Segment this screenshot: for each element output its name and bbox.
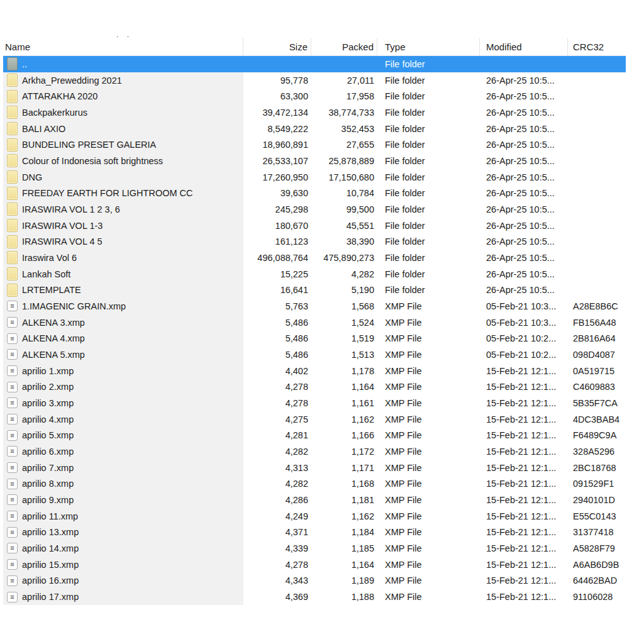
file-row[interactable]: ≡ ALKENA 3.xmp 5,486 1,524 XMP File 05-F… xyxy=(3,314,626,331)
folder-icon xyxy=(7,235,18,248)
file-crc32 xyxy=(568,104,626,121)
column-header-row: Name Size Packed Type Modified CRC32 xyxy=(3,38,626,56)
folder-icon xyxy=(7,267,18,280)
file-row[interactable]: ≡ aprilio 3.xmp 4,278 1,161 XMP File 15-… xyxy=(3,395,626,411)
file-crc32 xyxy=(568,88,626,104)
file-size: 8,549,222 xyxy=(243,121,311,137)
file-row[interactable]: .. File folder xyxy=(3,56,626,72)
file-name: aprilio 3.xmp xyxy=(22,398,74,408)
file-type: File folder xyxy=(377,72,480,89)
file-size: 5,763 xyxy=(243,298,311,314)
file-type: XMP File xyxy=(377,508,480,525)
file-row[interactable]: ≡ aprilio 4.xmp 4,275 1,162 XMP File 15-… xyxy=(3,411,626,428)
file-crc32: F6489C9A xyxy=(568,427,626,443)
file-row[interactable]: ≡ aprilio 8.xmp 4,282 1,168 XMP File 15-… xyxy=(3,475,626,492)
file-type: XMP File xyxy=(377,524,480,540)
file-row[interactable]: ≡ aprilio 5.xmp 4,281 1,166 XMP File 15-… xyxy=(3,427,626,443)
file-row[interactable]: IRASWIRA VOL 1-3 180,670 45,551 File fol… xyxy=(3,218,626,234)
file-crc32: A6AB6D9B xyxy=(568,557,626,573)
file-type: XMP File xyxy=(377,298,480,314)
file-row[interactable]: ≡ aprilio 15.xmp 4,278 1,164 XMP File 15… xyxy=(3,557,626,573)
xmp-file-icon: ≡ xyxy=(7,382,18,392)
file-row[interactable]: ≡ aprilio 14.xmp 4,339 1,185 XMP File 15… xyxy=(3,540,626,557)
file-name: aprilio 1.xmp xyxy=(22,366,74,376)
file-crc32 xyxy=(568,282,626,298)
file-row[interactable]: ≡ aprilio 11.xmp 4,249 1,162 XMP File 15… xyxy=(3,508,626,525)
column-header-modified[interactable]: Modified xyxy=(480,38,568,55)
file-packed: 1,162 xyxy=(311,508,377,525)
file-size: 4,313 xyxy=(243,460,311,476)
file-row[interactable]: ≡ aprilio 13.xmp 4,371 1,184 XMP File 15… xyxy=(3,524,626,540)
file-row[interactable]: BUNDELING PRESET GALERIA 18,960,891 27,6… xyxy=(3,136,626,153)
column-header-size[interactable]: Size xyxy=(243,38,311,55)
file-name: aprilio 14.xmp xyxy=(22,543,79,553)
file-row[interactable]: ≡ aprilio 16.xmp 4,343 1,189 XMP File 15… xyxy=(3,573,626,589)
file-crc32: A28E8B6C xyxy=(568,298,626,314)
file-crc32 xyxy=(568,250,626,266)
file-row[interactable]: LRTEMPLATE 16,641 5,190 File folder 26-A… xyxy=(3,282,626,298)
xmp-file-icon: ≡ xyxy=(7,543,18,553)
file-row[interactable]: DNG 17,260,950 17,150,680 File folder 26… xyxy=(3,169,626,186)
file-row[interactable]: Lankah Soft 15,225 4,282 File folder 26-… xyxy=(3,266,626,282)
file-packed: 1,168 xyxy=(311,475,377,492)
file-crc32 xyxy=(568,185,626,201)
file-crc32: 91106028 xyxy=(568,589,626,605)
file-name: aprilio 11.xmp xyxy=(22,511,78,521)
file-crc32: C4609883 xyxy=(568,379,626,395)
file-size: 95,778 xyxy=(243,72,311,89)
file-crc32: FB156A48 xyxy=(568,314,626,331)
file-size: 63,300 xyxy=(243,88,311,104)
file-row[interactable]: ≡ aprilio 17.xmp 4,369 1,188 XMP File 15… xyxy=(3,589,626,605)
file-modified: 05-Feb-21 10:2... xyxy=(480,347,568,363)
file-row[interactable]: ≡ aprilio 2.xmp 4,278 1,164 XMP File 15-… xyxy=(3,379,626,395)
file-row[interactable]: IRASWIRA VOL 4 5 161,123 38,390 File fol… xyxy=(3,233,626,250)
file-type: XMP File xyxy=(377,427,480,443)
file-modified: 26-Apr-25 10:5... xyxy=(480,185,568,201)
file-packed: 17,958 xyxy=(311,88,377,104)
xmp-file-icon: ≡ xyxy=(7,301,18,311)
xmp-file-icon: ≡ xyxy=(7,592,18,602)
column-header-type[interactable]: Type xyxy=(377,38,480,55)
column-header-crc32[interactable]: CRC32 xyxy=(568,38,626,55)
file-type: XMP File xyxy=(377,363,480,379)
file-row[interactable]: ≡ aprilio 6.xmp 4,282 1,172 XMP File 15-… xyxy=(3,443,626,460)
folder-icon xyxy=(7,187,18,200)
file-name: aprilio 6.xmp xyxy=(22,447,74,457)
file-name: aprilio 4.xmp xyxy=(22,414,74,425)
file-packed: 38,390 xyxy=(311,233,377,250)
file-name: Colour of Indonesia soft brightness xyxy=(22,156,163,166)
file-packed: 1,568 xyxy=(311,298,377,314)
file-name: aprilio 2.xmp xyxy=(22,382,74,392)
file-name: aprilio 13.xmp xyxy=(22,527,79,537)
file-modified xyxy=(480,56,568,72)
file-row[interactable]: Backpakerkurus 39,472,134 38,774,733 Fil… xyxy=(3,104,626,121)
file-packed: 475,890,273 xyxy=(311,250,377,266)
file-row[interactable]: ATTARAKHA 2020 63,300 17,958 File folder… xyxy=(3,88,626,104)
column-header-name[interactable]: Name xyxy=(3,38,243,55)
file-row[interactable]: ≡ ALKENA 5.xmp 5,486 1,513 XMP File 05-F… xyxy=(3,347,626,363)
file-row[interactable]: ≡ aprilio 9.xmp 4,286 1,181 XMP File 15-… xyxy=(3,492,626,508)
file-row[interactable]: ≡ aprilio 1.xmp 4,402 1,178 XMP File 15-… xyxy=(3,363,626,379)
file-row[interactable]: ≡ ALKENA 4.xmp 5,486 1,519 XMP File 05-F… xyxy=(3,330,626,347)
file-packed xyxy=(311,56,377,72)
column-header-packed[interactable]: Packed xyxy=(311,38,377,55)
file-modified: 26-Apr-25 10:5... xyxy=(480,266,568,282)
file-row[interactable]: FREEDAY EARTH FOR LIGHTROOM CC 39,630 10… xyxy=(3,185,626,201)
file-packed: 10,784 xyxy=(311,185,377,201)
file-row[interactable]: ≡ 1.IMAGENIC GRAIN.xmp 5,763 1,568 XMP F… xyxy=(3,298,626,314)
file-row[interactable]: Colour of Indonesia soft brightness 26,5… xyxy=(3,153,626,169)
xmp-file-icon: ≡ xyxy=(7,462,18,473)
file-type: XMP File xyxy=(377,460,480,476)
file-size: 4,278 xyxy=(243,557,311,573)
file-row[interactable]: IRASWIRA VOL 1 2 3, 6 245,298 99,500 Fil… xyxy=(3,201,626,218)
file-type: XMP File xyxy=(377,330,480,347)
file-row[interactable]: ≡ aprilio 7.xmp 4,313 1,171 XMP File 15-… xyxy=(3,460,626,476)
file-name: BALI AXIO xyxy=(22,124,65,134)
file-row[interactable]: Arkha_Prewedding 2021 95,778 27,011 File… xyxy=(3,72,626,89)
file-type: XMP File xyxy=(377,475,480,492)
file-row[interactable]: BALI AXIO 8,549,222 352,453 File folder … xyxy=(3,121,626,137)
file-type: File folder xyxy=(377,104,480,121)
file-modified: 26-Apr-25 10:5... xyxy=(480,250,568,266)
file-packed: 4,282 xyxy=(311,266,377,282)
file-row[interactable]: Iraswira Vol 6 496,088,764 475,890,273 F… xyxy=(3,250,626,266)
